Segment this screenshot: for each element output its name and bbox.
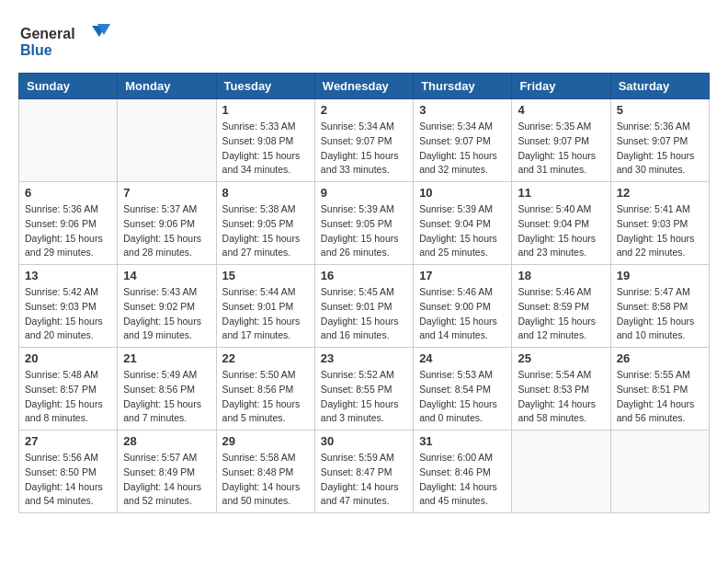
- column-header-friday: Friday: [512, 74, 610, 99]
- calendar-cell: 15Sunrise: 5:44 AM Sunset: 9:01 PM Dayli…: [216, 265, 314, 348]
- day-number: 26: [617, 351, 703, 365]
- calendar-cell: [118, 99, 216, 182]
- day-number: 10: [419, 186, 506, 200]
- calendar-cell: 3Sunrise: 5:34 AM Sunset: 9:07 PM Daylig…: [414, 99, 512, 182]
- calendar-cell: 10Sunrise: 5:39 AM Sunset: 9:04 PM Dayli…: [414, 182, 512, 265]
- calendar-cell: 7Sunrise: 5:37 AM Sunset: 9:06 PM Daylig…: [118, 182, 216, 265]
- calendar-cell: 4Sunrise: 5:35 AM Sunset: 9:07 PM Daylig…: [512, 99, 610, 182]
- calendar-cell: 29Sunrise: 5:58 AM Sunset: 8:48 PM Dayli…: [216, 431, 314, 513]
- calendar-cell: [512, 431, 610, 513]
- calendar-cell: 1Sunrise: 5:33 AM Sunset: 9:08 PM Daylig…: [216, 99, 314, 182]
- calendar-cell: 31Sunrise: 6:00 AM Sunset: 8:46 PM Dayli…: [414, 431, 512, 513]
- day-number: 19: [617, 269, 703, 282]
- calendar-cell: 22Sunrise: 5:50 AM Sunset: 8:56 PM Dayli…: [216, 348, 314, 431]
- day-number: 12: [617, 186, 703, 200]
- day-info: Sunrise: 5:54 AM Sunset: 8:53 PM Dayligh…: [518, 368, 604, 426]
- calendar-cell: 28Sunrise: 5:57 AM Sunset: 8:49 PM Dayli…: [118, 431, 216, 513]
- day-number: 21: [123, 351, 210, 365]
- day-info: Sunrise: 5:42 AM Sunset: 9:03 PM Dayligh…: [25, 285, 111, 343]
- day-number: 4: [518, 103, 604, 117]
- calendar-cell: 25Sunrise: 5:54 AM Sunset: 8:53 PM Dayli…: [512, 348, 610, 431]
- calendar-cell: 19Sunrise: 5:47 AM Sunset: 8:58 PM Dayli…: [610, 265, 709, 348]
- calendar-cell: 2Sunrise: 5:34 AM Sunset: 9:07 PM Daylig…: [314, 99, 413, 182]
- day-info: Sunrise: 5:41 AM Sunset: 9:03 PM Dayligh…: [617, 202, 703, 260]
- calendar-cell: 27Sunrise: 5:56 AM Sunset: 8:50 PM Dayli…: [19, 431, 118, 513]
- day-number: 28: [123, 434, 210, 448]
- calendar-cell: 14Sunrise: 5:43 AM Sunset: 9:02 PM Dayli…: [118, 265, 216, 348]
- column-header-wednesday: Wednesday: [314, 74, 413, 99]
- day-number: 24: [419, 351, 506, 365]
- day-info: Sunrise: 5:55 AM Sunset: 8:51 PM Dayligh…: [617, 368, 703, 426]
- day-info: Sunrise: 5:34 AM Sunset: 9:07 PM Dayligh…: [321, 120, 407, 178]
- day-number: 25: [518, 351, 604, 365]
- calendar-cell: 24Sunrise: 5:53 AM Sunset: 8:54 PM Dayli…: [414, 348, 512, 431]
- logo-general-text: General Blue: [18, 18, 119, 63]
- week-row-4: 20Sunrise: 5:48 AM Sunset: 8:57 PM Dayli…: [19, 348, 710, 431]
- day-info: Sunrise: 5:58 AM Sunset: 8:48 PM Dayligh…: [222, 451, 309, 509]
- day-info: Sunrise: 5:47 AM Sunset: 8:58 PM Dayligh…: [617, 285, 703, 343]
- calendar-cell: 5Sunrise: 5:36 AM Sunset: 9:07 PM Daylig…: [610, 99, 709, 182]
- day-number: 11: [518, 186, 604, 200]
- day-number: 1: [222, 103, 309, 117]
- day-info: Sunrise: 5:59 AM Sunset: 8:47 PM Dayligh…: [321, 451, 407, 509]
- day-number: 6: [25, 186, 111, 200]
- svg-text:Blue: Blue: [20, 42, 52, 58]
- day-info: Sunrise: 5:36 AM Sunset: 9:07 PM Dayligh…: [617, 120, 703, 178]
- day-number: 7: [123, 186, 210, 200]
- day-number: 15: [222, 269, 309, 282]
- week-row-3: 13Sunrise: 5:42 AM Sunset: 9:03 PM Dayli…: [19, 265, 710, 348]
- week-row-5: 27Sunrise: 5:56 AM Sunset: 8:50 PM Dayli…: [19, 431, 710, 513]
- column-header-sunday: Sunday: [19, 74, 118, 99]
- day-number: 22: [222, 351, 309, 365]
- day-info: Sunrise: 5:53 AM Sunset: 8:54 PM Dayligh…: [419, 368, 506, 426]
- day-info: Sunrise: 5:39 AM Sunset: 9:05 PM Dayligh…: [321, 202, 407, 260]
- svg-text:General: General: [20, 26, 75, 41]
- day-number: 23: [321, 351, 407, 365]
- day-info: Sunrise: 5:48 AM Sunset: 8:57 PM Dayligh…: [25, 368, 111, 426]
- day-number: 13: [25, 269, 111, 282]
- calendar-cell: 6Sunrise: 5:36 AM Sunset: 9:06 PM Daylig…: [19, 182, 118, 265]
- day-info: Sunrise: 5:57 AM Sunset: 8:49 PM Dayligh…: [123, 451, 210, 509]
- day-info: Sunrise: 5:45 AM Sunset: 9:01 PM Dayligh…: [321, 285, 407, 343]
- day-number: 29: [222, 434, 309, 448]
- day-info: Sunrise: 5:43 AM Sunset: 9:02 PM Dayligh…: [123, 285, 210, 343]
- day-info: Sunrise: 5:37 AM Sunset: 9:06 PM Dayligh…: [123, 202, 210, 260]
- day-info: Sunrise: 6:00 AM Sunset: 8:46 PM Dayligh…: [419, 451, 506, 509]
- calendar-cell: 17Sunrise: 5:46 AM Sunset: 9:00 PM Dayli…: [414, 265, 512, 348]
- calendar-cell: 21Sunrise: 5:49 AM Sunset: 8:56 PM Dayli…: [118, 348, 216, 431]
- logo: General Blue: [18, 18, 119, 63]
- calendar-cell: 12Sunrise: 5:41 AM Sunset: 9:03 PM Dayli…: [610, 182, 709, 265]
- day-info: Sunrise: 5:46 AM Sunset: 9:00 PM Dayligh…: [419, 285, 506, 343]
- day-number: 30: [321, 434, 407, 448]
- day-info: Sunrise: 5:49 AM Sunset: 8:56 PM Dayligh…: [123, 368, 210, 426]
- column-header-monday: Monday: [118, 74, 216, 99]
- calendar-cell: 23Sunrise: 5:52 AM Sunset: 8:55 PM Dayli…: [314, 348, 413, 431]
- day-number: 3: [419, 103, 506, 117]
- calendar-cell: 30Sunrise: 5:59 AM Sunset: 8:47 PM Dayli…: [314, 431, 413, 513]
- day-info: Sunrise: 5:36 AM Sunset: 9:06 PM Dayligh…: [25, 202, 111, 260]
- day-info: Sunrise: 5:46 AM Sunset: 8:59 PM Dayligh…: [518, 285, 604, 343]
- calendar-cell: 8Sunrise: 5:38 AM Sunset: 9:05 PM Daylig…: [216, 182, 314, 265]
- calendar-cell: [19, 99, 118, 182]
- day-info: Sunrise: 5:52 AM Sunset: 8:55 PM Dayligh…: [321, 368, 407, 426]
- page-header: General Blue: [18, 18, 710, 63]
- column-header-saturday: Saturday: [610, 74, 709, 99]
- week-row-2: 6Sunrise: 5:36 AM Sunset: 9:06 PM Daylig…: [19, 182, 710, 265]
- day-number: 2: [321, 103, 407, 117]
- day-number: 16: [321, 269, 407, 282]
- day-number: 14: [123, 269, 210, 282]
- column-header-tuesday: Tuesday: [216, 74, 314, 99]
- calendar-cell: 13Sunrise: 5:42 AM Sunset: 9:03 PM Dayli…: [19, 265, 118, 348]
- calendar-cell: 16Sunrise: 5:45 AM Sunset: 9:01 PM Dayli…: [314, 265, 413, 348]
- calendar-cell: 11Sunrise: 5:40 AM Sunset: 9:04 PM Dayli…: [512, 182, 610, 265]
- day-number: 17: [419, 269, 506, 282]
- day-info: Sunrise: 5:35 AM Sunset: 9:07 PM Dayligh…: [518, 120, 604, 178]
- day-info: Sunrise: 5:34 AM Sunset: 9:07 PM Dayligh…: [419, 120, 506, 178]
- day-info: Sunrise: 5:56 AM Sunset: 8:50 PM Dayligh…: [25, 451, 111, 509]
- day-number: 8: [222, 186, 309, 200]
- calendar-cell: 9Sunrise: 5:39 AM Sunset: 9:05 PM Daylig…: [314, 182, 413, 265]
- day-number: 9: [321, 186, 407, 200]
- day-number: 31: [419, 434, 506, 448]
- day-info: Sunrise: 5:40 AM Sunset: 9:04 PM Dayligh…: [518, 202, 604, 260]
- day-number: 5: [617, 103, 703, 117]
